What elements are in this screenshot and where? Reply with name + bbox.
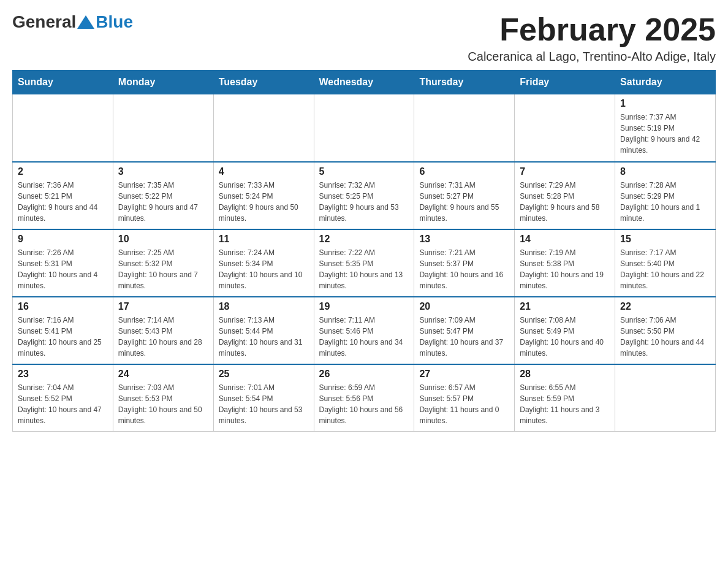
- calendar-day-cell: 10Sunrise: 7:25 AM Sunset: 5:32 PM Dayli…: [113, 229, 213, 297]
- calendar-day-cell: 19Sunrise: 7:11 AM Sunset: 5:46 PM Dayli…: [314, 297, 414, 364]
- day-info: Sunrise: 6:59 AM Sunset: 5:56 PM Dayligh…: [319, 382, 409, 426]
- day-info: Sunrise: 7:36 AM Sunset: 5:21 PM Dayligh…: [18, 180, 108, 224]
- day-of-week-header: Wednesday: [314, 71, 414, 94]
- day-number: 13: [419, 234, 509, 245]
- calendar-day-cell: 25Sunrise: 7:01 AM Sunset: 5:54 PM Dayli…: [213, 364, 314, 432]
- day-number: 27: [419, 369, 509, 380]
- calendar-day-cell: 18Sunrise: 7:13 AM Sunset: 5:44 PM Dayli…: [213, 297, 314, 364]
- day-number: 23: [18, 369, 108, 380]
- calendar-day-cell: 15Sunrise: 7:17 AM Sunset: 5:40 PM Dayli…: [615, 229, 716, 297]
- day-number: 28: [520, 369, 610, 380]
- day-of-week-header: Friday: [515, 71, 615, 94]
- day-number: 17: [118, 301, 208, 312]
- day-number: 7: [520, 166, 610, 177]
- month-year-title: February 2025: [468, 12, 716, 47]
- day-info: Sunrise: 7:09 AM Sunset: 5:47 PM Dayligh…: [419, 315, 509, 359]
- day-of-week-header: Monday: [113, 71, 213, 94]
- day-number: 22: [620, 301, 710, 312]
- day-info: Sunrise: 7:26 AM Sunset: 5:31 PM Dayligh…: [18, 247, 108, 291]
- day-number: 16: [18, 301, 108, 312]
- calendar-day-cell: [213, 94, 314, 162]
- calendar-day-cell: [314, 94, 414, 162]
- day-number: 1: [620, 98, 710, 109]
- calendar-day-cell: [13, 94, 113, 162]
- calendar-day-cell: 22Sunrise: 7:06 AM Sunset: 5:50 PM Dayli…: [615, 297, 716, 364]
- day-info: Sunrise: 7:13 AM Sunset: 5:44 PM Dayligh…: [219, 315, 309, 359]
- calendar-week-row: 16Sunrise: 7:16 AM Sunset: 5:41 PM Dayli…: [13, 297, 716, 364]
- day-number: 8: [620, 166, 710, 177]
- calendar-day-cell: [515, 94, 615, 162]
- calendar-day-cell: [414, 94, 515, 162]
- day-info: Sunrise: 7:03 AM Sunset: 5:53 PM Dayligh…: [118, 382, 208, 426]
- day-info: Sunrise: 7:11 AM Sunset: 5:46 PM Dayligh…: [319, 315, 409, 359]
- day-number: 3: [118, 166, 208, 177]
- day-number: 9: [18, 234, 108, 245]
- day-info: Sunrise: 7:08 AM Sunset: 5:49 PM Dayligh…: [520, 315, 610, 359]
- day-info: Sunrise: 7:24 AM Sunset: 5:34 PM Dayligh…: [219, 247, 309, 291]
- day-info: Sunrise: 7:06 AM Sunset: 5:50 PM Dayligh…: [620, 315, 710, 359]
- logo-triangle-icon: [77, 15, 94, 29]
- day-number: 2: [18, 166, 108, 177]
- day-info: Sunrise: 7:21 AM Sunset: 5:37 PM Dayligh…: [419, 247, 509, 291]
- calendar-day-cell: 13Sunrise: 7:21 AM Sunset: 5:37 PM Dayli…: [414, 229, 515, 297]
- calendar-day-cell: 24Sunrise: 7:03 AM Sunset: 5:53 PM Dayli…: [113, 364, 213, 432]
- calendar-week-row: 23Sunrise: 7:04 AM Sunset: 5:52 PM Dayli…: [13, 364, 716, 432]
- calendar-day-cell: 9Sunrise: 7:26 AM Sunset: 5:31 PM Daylig…: [13, 229, 113, 297]
- day-number: 14: [520, 234, 610, 245]
- day-info: Sunrise: 7:17 AM Sunset: 5:40 PM Dayligh…: [620, 247, 710, 291]
- day-of-week-header: Thursday: [414, 71, 515, 94]
- day-info: Sunrise: 7:25 AM Sunset: 5:32 PM Dayligh…: [118, 247, 208, 291]
- title-section: February 2025 Calceranica al Lago, Trent…: [468, 12, 716, 64]
- day-of-week-header: Tuesday: [213, 71, 314, 94]
- calendar-header-row: SundayMondayTuesdayWednesdayThursdayFrid…: [13, 71, 716, 94]
- calendar-day-cell: 11Sunrise: 7:24 AM Sunset: 5:34 PM Dayli…: [213, 229, 314, 297]
- calendar-day-cell: 17Sunrise: 7:14 AM Sunset: 5:43 PM Dayli…: [113, 297, 213, 364]
- day-info: Sunrise: 6:55 AM Sunset: 5:59 PM Dayligh…: [520, 382, 610, 426]
- logo-blue-text: Blue: [96, 12, 133, 32]
- day-number: 15: [620, 234, 710, 245]
- day-number: 4: [219, 166, 309, 177]
- day-number: 18: [219, 301, 309, 312]
- calendar-day-cell: 23Sunrise: 7:04 AM Sunset: 5:52 PM Dayli…: [13, 364, 113, 432]
- calendar-day-cell: 26Sunrise: 6:59 AM Sunset: 5:56 PM Dayli…: [314, 364, 414, 432]
- day-info: Sunrise: 7:19 AM Sunset: 5:38 PM Dayligh…: [520, 247, 610, 291]
- location-subtitle: Calceranica al Lago, Trentino-Alto Adige…: [468, 50, 716, 64]
- day-number: 5: [319, 166, 409, 177]
- calendar-day-cell: [615, 364, 716, 432]
- calendar-day-cell: 12Sunrise: 7:22 AM Sunset: 5:35 PM Dayli…: [314, 229, 414, 297]
- calendar-day-cell: 28Sunrise: 6:55 AM Sunset: 5:59 PM Dayli…: [515, 364, 615, 432]
- calendar-day-cell: 6Sunrise: 7:31 AM Sunset: 5:27 PM Daylig…: [414, 162, 515, 229]
- logo: General Blue: [12, 12, 133, 32]
- day-info: Sunrise: 7:33 AM Sunset: 5:24 PM Dayligh…: [219, 180, 309, 224]
- day-number: 11: [219, 234, 309, 245]
- day-of-week-header: Saturday: [615, 71, 716, 94]
- day-of-week-header: Sunday: [13, 71, 113, 94]
- calendar-week-row: 9Sunrise: 7:26 AM Sunset: 5:31 PM Daylig…: [13, 229, 716, 297]
- calendar-day-cell: 14Sunrise: 7:19 AM Sunset: 5:38 PM Dayli…: [515, 229, 615, 297]
- day-info: Sunrise: 7:28 AM Sunset: 5:29 PM Dayligh…: [620, 180, 710, 224]
- day-number: 25: [219, 369, 309, 380]
- calendar-day-cell: 8Sunrise: 7:28 AM Sunset: 5:29 PM Daylig…: [615, 162, 716, 229]
- day-number: 24: [118, 369, 208, 380]
- calendar-day-cell: 20Sunrise: 7:09 AM Sunset: 5:47 PM Dayli…: [414, 297, 515, 364]
- day-info: Sunrise: 7:04 AM Sunset: 5:52 PM Dayligh…: [18, 382, 108, 426]
- day-number: 6: [419, 166, 509, 177]
- day-number: 21: [520, 301, 610, 312]
- day-number: 19: [319, 301, 409, 312]
- logo-blue-part: Blue: [76, 12, 133, 32]
- day-info: Sunrise: 7:29 AM Sunset: 5:28 PM Dayligh…: [520, 180, 610, 224]
- day-info: Sunrise: 6:57 AM Sunset: 5:57 PM Dayligh…: [419, 382, 509, 426]
- day-number: 12: [319, 234, 409, 245]
- calendar-day-cell: 3Sunrise: 7:35 AM Sunset: 5:22 PM Daylig…: [113, 162, 213, 229]
- calendar-day-cell: 4Sunrise: 7:33 AM Sunset: 5:24 PM Daylig…: [213, 162, 314, 229]
- day-number: 10: [118, 234, 208, 245]
- calendar-day-cell: 21Sunrise: 7:08 AM Sunset: 5:49 PM Dayli…: [515, 297, 615, 364]
- calendar-day-cell: 16Sunrise: 7:16 AM Sunset: 5:41 PM Dayli…: [13, 297, 113, 364]
- day-info: Sunrise: 7:14 AM Sunset: 5:43 PM Dayligh…: [118, 315, 208, 359]
- day-info: Sunrise: 7:16 AM Sunset: 5:41 PM Dayligh…: [18, 315, 108, 359]
- calendar-week-row: 1Sunrise: 7:37 AM Sunset: 5:19 PM Daylig…: [13, 94, 716, 162]
- calendar-week-row: 2Sunrise: 7:36 AM Sunset: 5:21 PM Daylig…: [13, 162, 716, 229]
- day-info: Sunrise: 7:35 AM Sunset: 5:22 PM Dayligh…: [118, 180, 208, 224]
- logo-general-text: General: [12, 12, 76, 32]
- day-info: Sunrise: 7:22 AM Sunset: 5:35 PM Dayligh…: [319, 247, 409, 291]
